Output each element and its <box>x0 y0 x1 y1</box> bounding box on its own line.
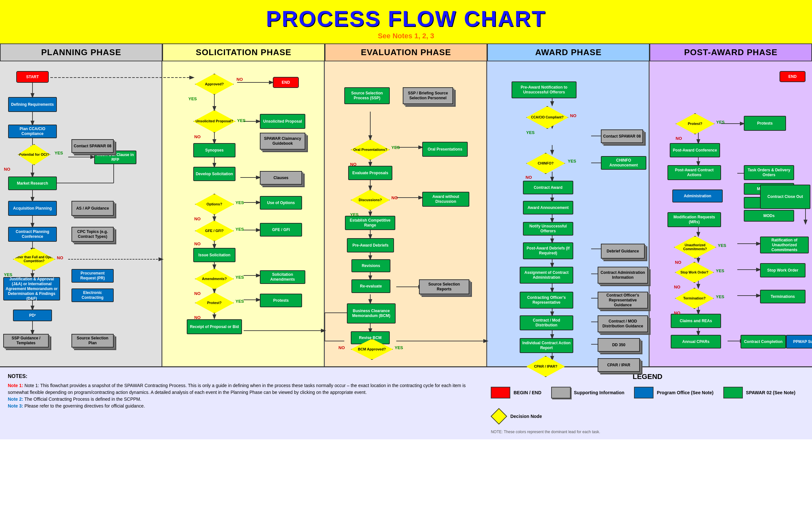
yes-approved: YES <box>188 96 197 101</box>
flowchart-area: START Defining Requirements Plan CCA/CIO… <box>0 61 812 366</box>
claims-node[interactable]: Claims and REAs <box>671 314 721 328</box>
bcm-node[interactable]: Business Clearance Memorandum (BCM) <box>347 303 396 324</box>
legend-decision-label: Decision Node <box>510 414 542 419</box>
award-announce-node[interactable]: Award Announcement <box>523 201 573 214</box>
post-award-conf-node[interactable]: Post-Award Conference <box>670 143 720 158</box>
use-options-node[interactable]: Use of Options <box>260 196 302 210</box>
acq-planning-node[interactable]: Acquisition Planning <box>8 201 57 216</box>
yes-stop-work: YES <box>716 268 724 273</box>
no-discussions: NO <box>391 195 398 200</box>
protests-pa-node[interactable]: Protests <box>744 116 786 131</box>
notes-left: NOTES: Note 1: Note 1: This flowchart pr… <box>8 373 478 434</box>
yes-amendments: YES <box>235 275 244 280</box>
yes-bcm: YES <box>395 345 403 350</box>
legend-supporting: Supporting Information <box>551 387 625 399</box>
administration-node[interactable]: Administration <box>672 190 723 202</box>
start-node[interactable]: START <box>16 71 49 83</box>
ppmap-node[interactable]: PPMAP Survey <box>786 335 812 348</box>
award-no-disc-node[interactable]: Award without Discussion <box>422 192 469 207</box>
legend-row: BEGIN / END Supporting Information Progr… <box>491 387 804 424</box>
stop-work-node[interactable]: Stop Work Order <box>760 263 806 278</box>
yes-unsolicited: YES <box>237 118 246 123</box>
notify-unsuccessful-node[interactable]: Notify Unsuccessful Offerors <box>523 222 573 236</box>
eval-proposals-node[interactable]: Evaluate Proposals <box>348 166 392 180</box>
phase-header-award: AWARD PHASE <box>487 44 650 61</box>
legend-begin-end: BEGIN / END <box>491 387 541 399</box>
notes-header: NOTES: <box>8 373 478 380</box>
contract-mod-dist-node[interactable]: Contract / Mod Distribution <box>520 315 573 330</box>
gfe-node[interactable]: GFE / GFI <box>260 223 302 237</box>
task-orders-node[interactable]: Task Orders & Delivery Orders <box>744 165 794 180</box>
plan-cca-node[interactable]: Plan CCA/CIO Compliance <box>8 124 57 138</box>
pre-award-debriefs-node[interactable]: Pre-Award Debriefs <box>347 238 394 252</box>
ssp-guidance-node: SSP Guidance / Templates <box>3 334 49 347</box>
ssp-briefing-node: SSP / Briefing Source Selection Personne… <box>403 87 453 104</box>
develop-sol-node[interactable]: Develop Solicitation <box>193 167 235 181</box>
source-sel-process-node[interactable]: Source Selection Process (SSP) <box>344 87 390 104</box>
contact-spawar-award-node: Contact SPAWAR 08 <box>601 130 643 143</box>
legend-decision: Decision Node <box>491 408 542 424</box>
clauses-node: Clauses <box>260 171 302 185</box>
annual-cpars-node[interactable]: Annual CPARs <box>671 335 721 348</box>
no-unsolicited: NO <box>194 134 201 139</box>
phases-row: PLANNING PHASE SOLICITATION PHASE EVALUA… <box>0 44 812 61</box>
no-options: NO <box>194 216 201 221</box>
individual-action-node[interactable]: Individual Contract Action Report <box>520 338 573 353</box>
assign-contract-admin-node[interactable]: Assignment of Contract Administration <box>520 267 573 284</box>
terminations-node[interactable]: Terminations <box>760 290 806 303</box>
source-sel-reports-node: Source Selection Reports <box>419 279 469 294</box>
no-oral: NO <box>350 162 357 167</box>
legend-program-label: Program Office (See Note) <box>657 390 713 395</box>
yes-options: YES <box>235 200 244 205</box>
contract-planning-node[interactable]: Contract Planning Conference <box>8 227 57 242</box>
contract-award-node[interactable]: Contract Award <box>523 181 573 194</box>
yes-label-full: YES <box>4 272 12 277</box>
legend-note: NOTE: These colors represent the dominan… <box>491 430 804 434</box>
contract-close-node[interactable]: Contract Close Out <box>760 185 810 209</box>
sol-amendments-node[interactable]: Solicitation Amendments <box>260 270 305 284</box>
electronic-node[interactable]: Electronic Contracting <box>71 288 114 302</box>
legend-begin-end-box <box>491 387 510 399</box>
mods-node[interactable]: MODs <box>744 210 794 222</box>
phase-header-planning: PLANNING PHASE <box>0 44 162 61</box>
post-award-debriefs-node[interactable]: Post-Award Debriefs (If Required) <box>523 242 573 259</box>
post-award-actions-node[interactable]: Post-Award Contract Actions <box>667 165 721 180</box>
chinfo-announce-node[interactable]: CHINFO Announcement <box>601 156 646 170</box>
legend-begin-end-label: BEGIN / END <box>513 390 541 395</box>
market-research-node[interactable]: Market Research <box>8 177 57 190</box>
yes-unauthorized: YES <box>718 243 726 248</box>
legend-spawar-box <box>723 387 743 399</box>
co-rep-node[interactable]: Contracting Officer's Representative <box>520 292 573 309</box>
source-sel-plan-node: Source Selection Plan <box>71 334 114 347</box>
yes-termination: YES <box>716 294 724 299</box>
pd-node[interactable]: PD² <box>13 310 52 321</box>
legend-supporting-box <box>551 387 571 399</box>
as-ap-node: AS / AP Guidance <box>71 201 114 216</box>
est-comp-range-node[interactable]: Establish Competitive Range <box>345 216 395 230</box>
protests-sol-node[interactable]: Protests <box>260 294 302 307</box>
oral-pres-node[interactable]: Oral Presentations <box>422 142 468 157</box>
jaa-node[interactable]: Justification & Approval (J&A) or Intern… <box>3 277 60 300</box>
defining-req-node[interactable]: Defining Requirements <box>8 97 57 112</box>
end-solicitation-node: END <box>273 77 299 88</box>
unsolicited-proposal-node[interactable]: Unsolicited Proposal <box>260 114 305 129</box>
contract-completion-node[interactable]: Contract Completion <box>741 335 786 348</box>
ratification-node[interactable]: Ratification of Unauthorized Commitments <box>760 237 809 253</box>
revisions-node[interactable]: Revisions <box>351 259 390 272</box>
procurement-node[interactable]: Procurement Request (PR) <box>71 269 114 283</box>
re-evaluate-node[interactable]: Re-evaluate <box>351 279 390 293</box>
legend-supporting-label: Supporting Information <box>574 390 625 395</box>
title-bar: PROCESS FLOW CHART See Notes 1, 2, 3 <box>0 0 812 44</box>
receipt-node[interactable]: Receipt of Proposal or Bid <box>187 319 242 334</box>
pre-award-notif-node[interactable]: Pre-Award Notification to Unsuccessful O… <box>511 81 577 98</box>
cpar-node: CPAR / IPAR <box>598 358 640 372</box>
notes-area: NOTES: Note 1: Note 1: This flowchart pr… <box>0 366 812 439</box>
synopses-node[interactable]: Synopses <box>193 143 235 158</box>
no-chinfo: NO <box>525 175 532 180</box>
cpc-topics-node: CPC Topics (e.g. Contract Types) <box>71 227 114 242</box>
issue-sol-node[interactable]: Issue Solicitation <box>193 248 235 262</box>
mod-requests-node[interactable]: Modification Requests (MRs) <box>667 212 721 227</box>
contract-admin-info-node: Contract Administration Information <box>598 267 648 284</box>
note2: Note 2: The Official Contracting Process… <box>8 396 478 403</box>
no-approved: NO <box>236 77 243 82</box>
